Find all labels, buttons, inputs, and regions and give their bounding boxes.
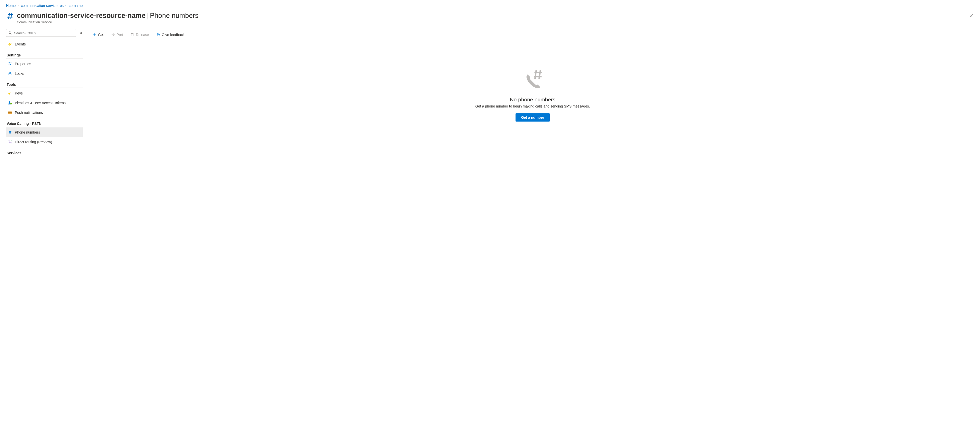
sliders-icon xyxy=(8,62,12,66)
empty-state-title: No phone numbers xyxy=(510,97,555,103)
sidebar-item-label: Push notifications xyxy=(15,110,43,115)
sidebar-group-services: Services xyxy=(6,151,83,155)
divider xyxy=(6,88,83,88)
sidebar-item-label: Locks xyxy=(15,72,24,76)
empty-state: No phone numbers Get a phone number to b… xyxy=(91,69,974,121)
svg-line-37 xyxy=(539,70,540,79)
svg-line-2 xyxy=(9,13,10,19)
feedback-icon xyxy=(156,33,160,37)
svg-point-33 xyxy=(157,33,158,35)
close-button[interactable] xyxy=(968,12,975,19)
svg-point-28 xyxy=(11,140,12,141)
button-label: Release xyxy=(136,33,149,37)
sidebar-item-phone-numbers[interactable]: Phone numbers xyxy=(6,128,83,137)
breadcrumb-resource[interactable]: communication-service-resource-name xyxy=(21,3,83,8)
search-icon xyxy=(8,31,12,35)
svg-line-25 xyxy=(9,131,10,134)
chevron-right-icon: › xyxy=(18,3,19,8)
title-divider: | xyxy=(147,12,149,20)
key-icon xyxy=(8,91,12,96)
svg-line-36 xyxy=(535,70,536,79)
page-name: Phone numbers xyxy=(150,12,199,20)
svg-marker-11 xyxy=(8,42,12,46)
svg-point-19 xyxy=(9,101,11,103)
page-header: communication-service-resource-name | Ph… xyxy=(0,9,980,29)
plus-icon xyxy=(92,33,97,37)
svg-rect-22 xyxy=(8,112,12,113)
button-label: Port xyxy=(117,33,123,37)
get-button[interactable]: Get xyxy=(91,32,105,38)
sidebar-group-voice: Voice Calling - PSTN xyxy=(6,121,83,126)
svg-line-10 xyxy=(11,33,12,35)
phone-routing-icon xyxy=(8,140,12,144)
svg-rect-18 xyxy=(10,92,11,94)
search-box[interactable] xyxy=(6,29,76,37)
svg-point-27 xyxy=(11,140,11,141)
sidebar-item-label: Phone numbers xyxy=(15,130,40,134)
svg-point-15 xyxy=(11,64,11,65)
person-icon xyxy=(8,100,12,105)
arrow-right-icon xyxy=(111,33,115,37)
sidebar-item-label: Direct routing (Preview) xyxy=(15,140,52,144)
page-title: communication-service-resource-name | Ph… xyxy=(17,12,964,20)
lightning-icon xyxy=(8,42,12,46)
svg-point-20 xyxy=(11,103,12,104)
sidebar-item-locks[interactable]: Locks xyxy=(6,69,83,78)
command-bar: Get Port Release xyxy=(91,29,974,40)
button-label: Give feedback xyxy=(162,33,185,37)
sidebar-item-keys[interactable]: Keys xyxy=(6,88,83,98)
breadcrumb-home[interactable]: Home xyxy=(6,3,16,8)
divider xyxy=(6,58,83,59)
svg-point-9 xyxy=(9,32,11,34)
hash-icon xyxy=(6,12,14,20)
collapse-sidebar-button[interactable] xyxy=(79,31,83,35)
main-content: Get Port Release xyxy=(83,29,974,121)
lock-icon xyxy=(8,71,12,76)
breadcrumb: Home › communication-service-resource-na… xyxy=(0,0,980,9)
empty-state-subtitle: Get a phone number to begin making calls… xyxy=(475,104,590,108)
sidebar-item-label: Keys xyxy=(15,91,23,95)
trash-icon xyxy=(130,33,134,37)
svg-line-26 xyxy=(10,131,11,134)
release-button: Release xyxy=(129,32,150,38)
hash-icon xyxy=(8,130,12,135)
button-label: Get xyxy=(98,33,104,37)
search-input[interactable] xyxy=(14,31,74,35)
sidebar-item-label: Events xyxy=(15,42,26,46)
divider xyxy=(6,156,83,156)
card-icon xyxy=(8,110,12,115)
get-a-number-button[interactable]: Get a number xyxy=(515,113,550,121)
feedback-button[interactable]: Give feedback xyxy=(155,32,186,38)
sidebar-item-label: Properties xyxy=(15,62,31,66)
sidebar-group-settings: Settings xyxy=(6,53,83,57)
resource-type: Communication Service xyxy=(17,20,964,24)
sidebar-item-events[interactable]: Events xyxy=(6,39,83,49)
empty-state-illustration xyxy=(521,69,544,91)
svg-line-3 xyxy=(11,13,12,19)
svg-rect-32 xyxy=(131,34,133,36)
sidebar: Events Settings Properties Locks Tools xyxy=(6,29,83,157)
sidebar-item-label: Identities & User Access Tokens xyxy=(15,101,65,105)
resource-name: communication-service-resource-name xyxy=(17,12,145,20)
svg-point-13 xyxy=(9,62,10,63)
sidebar-item-identities[interactable]: Identities & User Access Tokens xyxy=(6,98,83,108)
sidebar-item-push[interactable]: Push notifications xyxy=(6,108,83,118)
sidebar-group-tools: Tools xyxy=(6,83,83,86)
port-button: Port xyxy=(110,32,124,38)
sidebar-item-direct-routing[interactable]: Direct routing (Preview) xyxy=(6,137,83,147)
svg-rect-16 xyxy=(9,73,11,75)
sidebar-item-properties[interactable]: Properties xyxy=(6,59,83,69)
